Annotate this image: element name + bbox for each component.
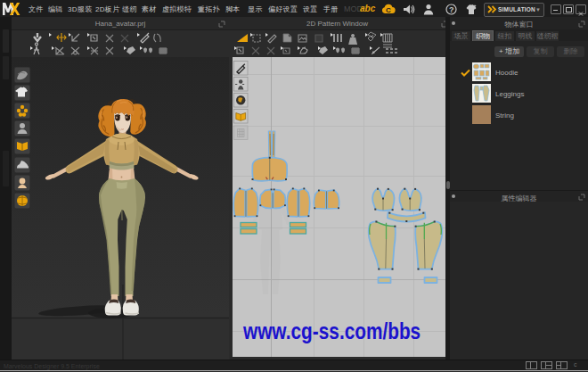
svg-text:?: ?: [449, 5, 454, 14]
svg-text:C: C: [386, 6, 391, 14]
